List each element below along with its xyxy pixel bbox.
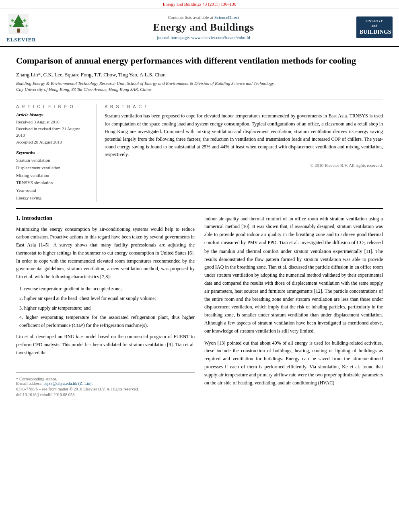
abstract-text: Stratum ventilation has been proposed to… — [105, 112, 383, 158]
email-note: E-mail address: bsjzk@cityu.edu.hk (Z. L… — [16, 381, 195, 386]
journal-citation: Energy and Buildings 43 (2011) 130–136 — [163, 2, 236, 6]
section-title-text: Introduction — [22, 215, 52, 221]
introduction-title: 1. Introduction — [16, 215, 195, 222]
journal-title: Energy and Buildings — [51, 21, 356, 33]
doi-line: doi:10.1016/j.enbuild.2010.08.033 — [16, 392, 195, 397]
journal-homepage-url[interactable]: www.elsevier.com/locate/enbuild — [191, 35, 250, 40]
issn-line: 0378-7788/$ – see front matter © 2010 El… — [16, 387, 195, 391]
main-content: Comparison of annual energy performances… — [0, 47, 399, 406]
article-info-abstract: A R T I C L E I N F O Article history: R… — [16, 99, 383, 201]
list-item: 2. higher air speed at the head–chest le… — [19, 295, 195, 303]
journal-homepage: journal homepage: www.elsevier.com/locat… — [51, 35, 356, 40]
svg-point-5 — [23, 19, 26, 22]
svg-rect-1 — [17, 29, 20, 33]
eb-logo-area: ENERGY and BUILDINGS — [356, 16, 393, 38]
body-content: 1. Introduction Minimizing the energy co… — [16, 208, 383, 398]
intro-para-1: Minimizing the energy consumption by air… — [16, 226, 195, 281]
right-para-1: indoor air quality and thermal comfort o… — [204, 215, 383, 335]
article-history-label: Article history: — [16, 112, 90, 117]
eb-logo-buildings: BUILDINGS — [360, 29, 389, 36]
authors: Zhang Lin*, C.K. Lee, Square Fong, T.T. … — [16, 72, 383, 78]
abstract-section: A B S T R A C T Stratum ventilation has … — [105, 104, 383, 201]
footer-area: * Corresponding author. E-mail address: … — [16, 365, 195, 397]
elsevier-tree-icon — [6, 12, 31, 36]
article-title: Comparison of annual energy performances… — [16, 55, 383, 67]
svg-point-7 — [26, 25, 28, 27]
body-left-col: 1. Introduction Minimizing the energy co… — [16, 215, 195, 398]
sciencedirect-link[interactable]: ScienceDirect — [214, 15, 239, 20]
article-dates: Received 3 August 2010 Received in revis… — [16, 119, 90, 145]
footer-divider — [16, 372, 195, 373]
copyright-line: © 2010 Elsevier B.V. All rights reserved… — [105, 163, 383, 168]
abstract-heading: A B S T R A C T — [105, 104, 383, 109]
svg-point-6 — [10, 25, 12, 27]
elsevier-label: ELSEVIER — [6, 37, 36, 43]
eb-logo-box: ENERGY and BUILDINGS — [356, 16, 393, 38]
body-right-col: indoor air quality and thermal comfort o… — [204, 215, 383, 398]
elsevier-logo-area: ELSEVIER — [6, 12, 51, 43]
eb-logo-and: and — [360, 24, 389, 29]
intro-para-2: Lin et al. developed an RNG k–e model ba… — [16, 333, 195, 357]
svg-point-4 — [11, 19, 14, 22]
contents-line: Contents lists available at ScienceDirec… — [51, 15, 356, 20]
keywords-label: Keywords: — [16, 150, 90, 155]
article-info-section: A R T I C L E I N F O Article history: R… — [16, 104, 97, 201]
journal-header-center: Contents lists available at ScienceDirec… — [51, 15, 356, 40]
list-item: 3. higher supply air temperature; and — [19, 304, 195, 312]
journal-top-bar: Energy and Buildings 43 (2011) 130–136 — [0, 0, 399, 8]
keywords-list: Stratum ventilation Displacement ventila… — [16, 156, 90, 201]
list-item: 4. higher evaporating temperature for th… — [19, 314, 195, 330]
article-info-heading: A R T I C L E I N F O — [16, 104, 90, 109]
list-item: 1. reverse temperature gradient in the o… — [19, 285, 195, 293]
characteristics-list: 1. reverse temperature gradient in the o… — [19, 285, 195, 330]
authors-list: Zhang Lin*, C.K. Lee, Square Fong, T.T. … — [16, 72, 166, 78]
journal-header: ELSEVIER Contents lists available at Sci… — [0, 8, 399, 47]
email-address[interactable]: bsjzk@cityu.edu.hk (Z. Lin). — [43, 381, 93, 386]
affiliation: Building Energy & Environmental Technolo… — [16, 80, 383, 93]
corresponding-note: * Corresponding author. — [16, 377, 195, 381]
right-para-2: Wyon [13] pointed out that about 40% of … — [204, 339, 383, 387]
eb-logo-energy: ENERGY — [360, 19, 389, 24]
